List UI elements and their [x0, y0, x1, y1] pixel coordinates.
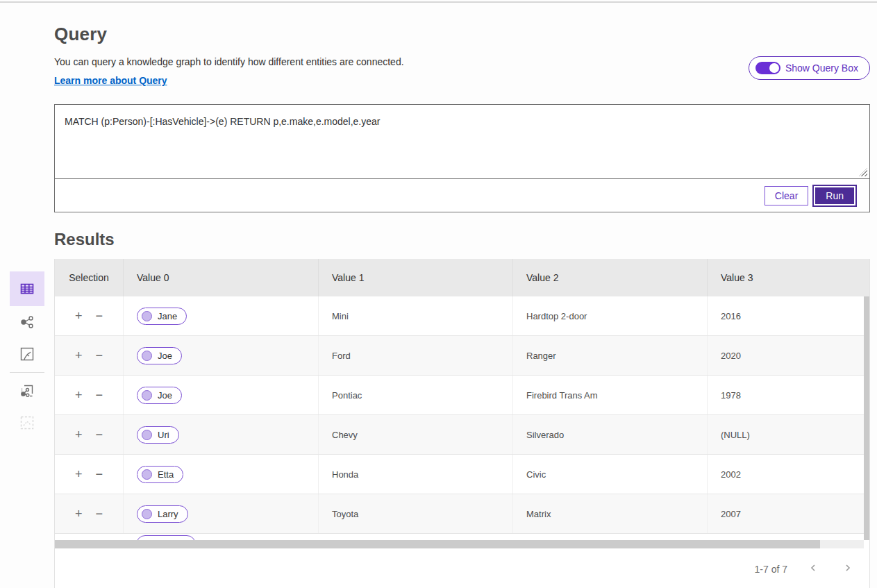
chevron-right-icon: [843, 563, 853, 575]
entity-label: Joe: [158, 351, 172, 361]
entity-label: Uri: [158, 430, 169, 440]
query-input[interactable]: MATCH (p:Person)-[:HasVehicle]->(e) RETU…: [55, 105, 869, 178]
add-to-selection-button[interactable]: +: [74, 467, 84, 482]
column-header-value3[interactable]: Value 3: [708, 259, 869, 296]
entity-pill[interactable]: Uri: [137, 426, 179, 444]
year-cell: 2020: [708, 336, 869, 375]
column-header-selection[interactable]: Selection: [55, 259, 124, 296]
remove-from-selection-button[interactable]: −: [94, 308, 105, 324]
entity-pill: [136, 535, 196, 540]
year-cell: 2002: [708, 455, 869, 494]
learn-more-link[interactable]: Learn more about Query: [54, 75, 167, 86]
add-to-selection-button[interactable]: +: [74, 308, 84, 324]
toggle-label: Show Query Box: [785, 62, 858, 74]
clear-button[interactable]: Clear: [765, 186, 808, 205]
year-cell: 1978: [708, 376, 869, 414]
link-chart-icon: [19, 314, 35, 330]
entity-pill[interactable]: Larry: [137, 505, 188, 523]
remove-from-selection-button[interactable]: −: [94, 467, 105, 482]
remove-from-selection-button[interactable]: −: [94, 387, 105, 403]
add-to-selection-button[interactable]: +: [74, 387, 84, 403]
query-box: MATCH (p:Person)-[:HasVehicle]->(e) RETU…: [54, 104, 870, 212]
column-header-value1[interactable]: Value 1: [319, 259, 513, 296]
scrollbar-corner: [864, 540, 869, 548]
table-row: + − Etta Honda Civic 2002: [55, 455, 869, 494]
entity-pill[interactable]: Etta: [137, 466, 183, 483]
model-cell: Matrix: [513, 494, 708, 533]
sidebar-divider: [10, 372, 44, 373]
table-row: + − Larry Toyota Matrix 2007: [55, 494, 869, 534]
run-button[interactable]: Run: [814, 186, 855, 205]
query-page: Query You can query a knowledge graph to…: [0, 0, 877, 588]
table-body: + − Jane Mini Hardtop 2-door 2016 + − Jo…: [55, 296, 869, 540]
entity-node-icon: [142, 390, 152, 401]
entity-pill[interactable]: Joe: [137, 387, 182, 404]
add-to-selection-button[interactable]: +: [74, 427, 84, 442]
toggle-switch-icon[interactable]: [755, 62, 780, 74]
add-to-selection-button[interactable]: +: [74, 506, 84, 521]
entity-pill[interactable]: Jane: [137, 308, 187, 325]
results-table: Selection Value 0 Value 1 Value 2 Value …: [54, 259, 870, 588]
table-icon: [19, 280, 35, 297]
year-cell: 2016: [708, 296, 869, 335]
table-row: + − Jane Mini Hardtop 2-door 2016: [55, 296, 869, 336]
remove-from-selection-button[interactable]: −: [94, 348, 105, 363]
table-row-clipped: [55, 534, 869, 540]
model-cell: Silverado: [513, 415, 708, 454]
entity-label: Jane: [158, 311, 177, 321]
table-header: Selection Value 0 Value 1 Value 2 Value …: [55, 259, 869, 296]
entity-pill[interactable]: Joe: [137, 347, 182, 364]
model-cell: Hardtop 2-door: [513, 296, 708, 335]
model-cell: Ranger: [513, 336, 708, 375]
pagination-range-label: 1-7 of 7: [755, 564, 787, 575]
main-content: Query You can query a knowledge graph to…: [54, 0, 870, 588]
table-row: + − Uri Chevy Silverado (NULL): [55, 415, 869, 455]
previous-page-button[interactable]: [804, 560, 822, 578]
sidebar-item-new-link-chart[interactable]: [10, 375, 44, 407]
make-cell: Ford: [319, 336, 513, 375]
results-title: Results: [54, 230, 870, 249]
sidebar-item-selection-view: [10, 407, 44, 439]
entity-node-icon: [142, 469, 152, 480]
remove-from-selection-button[interactable]: −: [94, 506, 105, 521]
view-sidebar: [10, 271, 44, 439]
next-page-button[interactable]: [839, 560, 857, 578]
query-description: You can query a knowledge graph to ident…: [54, 56, 870, 67]
page-title: Query: [54, 24, 870, 45]
make-cell: Chevy: [319, 415, 513, 454]
make-cell: Pontiac: [319, 376, 513, 414]
column-header-value0[interactable]: Value 0: [124, 259, 319, 296]
entity-label: Larry: [158, 509, 178, 519]
model-cell: Firebird Trans Am: [513, 376, 708, 414]
make-cell: Mini: [319, 296, 513, 335]
entity-node-icon: [142, 311, 152, 321]
add-to-selection-button[interactable]: +: [74, 348, 84, 363]
table-footer: 1-7 of 7: [55, 548, 869, 588]
sidebar-item-map-view[interactable]: [10, 338, 44, 370]
dashed-selection-icon: [19, 415, 35, 430]
horizontal-scrollbar-track[interactable]: [55, 540, 869, 548]
query-text: MATCH (p:Person)-[:HasVehicle]->(e) RETU…: [65, 116, 381, 127]
horizontal-scrollbar-thumb[interactable]: [55, 540, 820, 548]
entity-node-icon: [142, 430, 152, 440]
year-cell: 2007: [708, 494, 869, 533]
vertical-scrollbar[interactable]: [864, 296, 869, 540]
make-cell: Toyota: [319, 494, 513, 533]
remove-from-selection-button[interactable]: −: [94, 427, 105, 442]
column-header-value2[interactable]: Value 2: [513, 259, 708, 296]
entity-node-icon: [142, 351, 152, 361]
year-cell: (NULL): [708, 415, 869, 454]
sidebar-item-link-chart-view[interactable]: [10, 306, 44, 338]
query-actions-bar: Clear Run: [55, 178, 869, 212]
map-icon: [19, 346, 35, 362]
entity-label: Joe: [158, 390, 172, 401]
sidebar-item-table-view[interactable]: [10, 271, 44, 306]
resize-handle-icon[interactable]: [859, 168, 867, 176]
chevron-left-icon: [808, 563, 818, 575]
table-row: + − Joe Ford Ranger 2020: [55, 336, 869, 376]
show-query-box-toggle[interactable]: Show Query Box: [749, 56, 870, 80]
make-cell: Honda: [319, 455, 513, 494]
table-row: + − Joe Pontiac Firebird Trans Am 1978: [55, 376, 869, 415]
model-cell: Civic: [513, 455, 708, 494]
map-link-chart-icon: [19, 383, 35, 399]
